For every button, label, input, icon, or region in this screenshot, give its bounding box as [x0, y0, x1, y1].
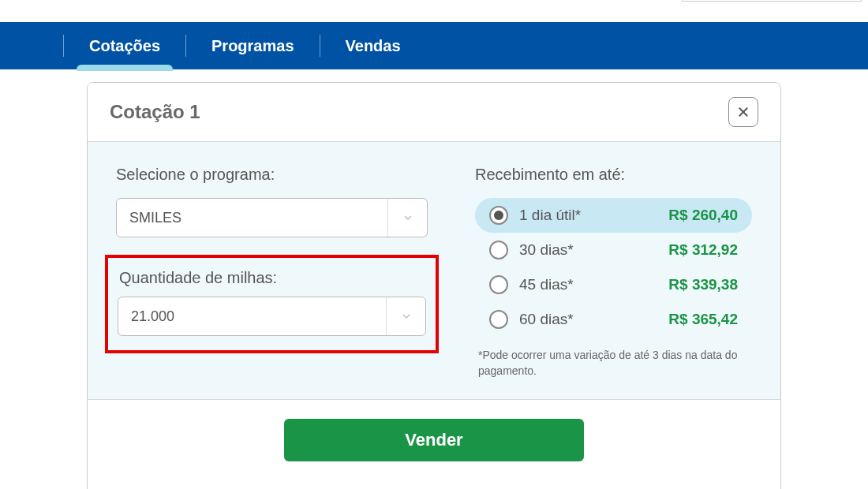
receive-option-price: R$ 339,38 [668, 276, 738, 293]
radio-icon [489, 206, 508, 225]
panel-body: Selecione o programa: SMILES Quantidade … [88, 141, 780, 399]
radio-icon [489, 275, 508, 294]
receive-option-label: 45 dias* [519, 276, 574, 293]
close-button[interactable] [728, 97, 758, 127]
program-label: Selecione o programa: [116, 166, 428, 184]
receive-option-45days[interactable]: 45 dias* R$ 339,38 [475, 267, 752, 302]
receive-label: Recebimento em até: [475, 166, 752, 184]
receive-option-price: R$ 365,42 [668, 311, 738, 328]
receive-option-price: R$ 312,92 [668, 241, 738, 259]
receive-option-label: 60 dias* [519, 311, 574, 328]
receive-option-30days[interactable]: 30 dias* R$ 312,92 [475, 233, 752, 267]
radio-icon [489, 241, 508, 259]
quantity-label: Quantidade de milhas: [119, 269, 426, 287]
quantity-value: 21.000 [118, 308, 386, 325]
receive-option-60days[interactable]: 60 dias* R$ 365,42 [475, 302, 752, 337]
nav-item-cotacoes[interactable]: Cotações [89, 23, 160, 69]
sell-button[interactable]: Vender [284, 419, 584, 461]
close-icon [736, 105, 750, 119]
nav-item-programas[interactable]: Programas [211, 23, 294, 69]
receive-option-label: 1 dia útil* [519, 207, 581, 224]
panel-footer: Vender [88, 399, 780, 489]
quote-panel: Cotação 1 Selecione o programa: SMILES Q… [87, 82, 781, 489]
nav-divider [63, 35, 64, 57]
right-column: Recebimento em até: 1 dia útil* R$ 260,4… [475, 166, 752, 379]
disclaimer-text: *Pode ocorrer uma variação de até 3 dias… [475, 348, 752, 379]
receive-option-price: R$ 260,40 [668, 207, 738, 224]
top-strip [0, 0, 868, 22]
left-column: Selecione o programa: SMILES Quantidade … [116, 166, 428, 379]
quantity-highlight-box: Quantidade de milhas: 21.000 [105, 255, 439, 353]
program-value: SMILES [117, 210, 387, 226]
quantity-select[interactable]: 21.000 [118, 297, 426, 336]
radio-icon [489, 310, 508, 329]
chevron-down-icon [386, 297, 425, 335]
nav-divider [185, 35, 186, 57]
program-select[interactable]: SMILES [116, 198, 428, 237]
panel-title: Cotação 1 [110, 101, 200, 123]
receive-option-label: 30 dias* [519, 241, 574, 259]
chevron-down-icon [387, 199, 427, 237]
nav-item-vendas[interactable]: Vendas [346, 23, 401, 69]
nav-bar: Cotações Programas Vendas [0, 22, 868, 69]
receive-option-1day[interactable]: 1 dia útil* R$ 260,40 [475, 198, 752, 233]
panel-header: Cotação 1 [88, 83, 780, 141]
top-strip-box [682, 0, 862, 2]
nav-divider [320, 35, 320, 57]
